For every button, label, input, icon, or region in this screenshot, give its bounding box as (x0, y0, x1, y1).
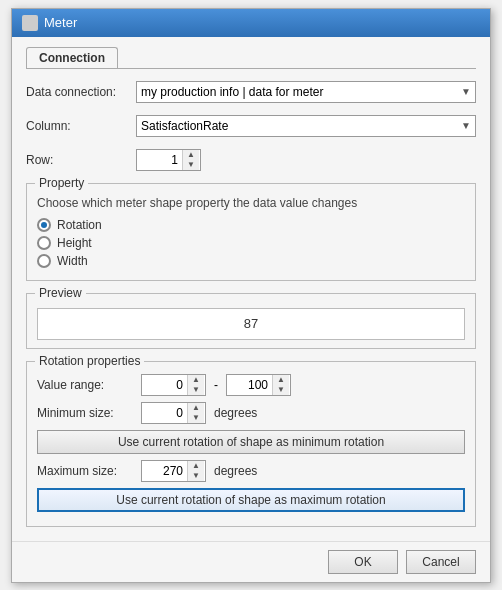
property-description: Choose which meter shape property the da… (37, 196, 465, 210)
vr-min-down[interactable]: ▼ (188, 385, 204, 395)
dialog: Meter Connection Data connection: my pro… (11, 8, 491, 583)
property-group: Property Choose which meter shape proper… (26, 183, 476, 281)
radio-width-row: Width (37, 254, 465, 268)
tab-bar: Connection (26, 47, 476, 69)
preview-value: 87 (37, 308, 465, 340)
radio-height[interactable] (37, 236, 51, 250)
min-size-unit: degrees (214, 406, 257, 420)
min-size-spinbox[interactable]: ▲ ▼ (141, 402, 206, 424)
max-size-up[interactable]: ▲ (188, 461, 204, 471)
max-size-down[interactable]: ▼ (188, 471, 204, 481)
row-spinbox-buttons: ▲ ▼ (182, 150, 199, 170)
dialog-content: Connection Data connection: my productio… (12, 37, 490, 541)
max-size-spinbox[interactable]: ▲ ▼ (141, 460, 206, 482)
min-size-label: Minimum size: (37, 406, 137, 420)
radio-rotation-label: Rotation (57, 218, 102, 232)
column-wrap: SatisfactionRate ▼ (136, 115, 476, 137)
data-connection-label: Data connection: (26, 85, 136, 99)
radio-height-label: Height (57, 236, 92, 250)
property-group-title: Property (35, 176, 88, 190)
column-label: Column: (26, 119, 136, 133)
value-range-max-spinbox[interactable]: ▲ ▼ (226, 374, 291, 396)
title-bar: Meter (12, 9, 490, 37)
value-range-min-input[interactable] (142, 375, 187, 395)
row-wrap: ▲ ▼ (136, 149, 476, 171)
row-row: Row: ▲ ▼ (26, 149, 476, 171)
max-rotation-button[interactable]: Use current rotation of shape as maximum… (37, 488, 465, 512)
vr-max-up[interactable]: ▲ (273, 375, 289, 385)
value-range-label: Value range: (37, 378, 137, 392)
max-size-label: Maximum size: (37, 464, 137, 478)
row-label: Row: (26, 153, 136, 167)
min-rotation-button[interactable]: Use current rotation of shape as minimum… (37, 430, 465, 454)
value-range-min-spinbox[interactable]: ▲ ▼ (141, 374, 206, 396)
value-range-row: Value range: ▲ ▼ - ▲ ▼ (37, 374, 465, 396)
rotation-group-title: Rotation properties (35, 354, 144, 368)
row-input[interactable] (137, 150, 182, 170)
min-size-up[interactable]: ▲ (188, 403, 204, 413)
row-spin-down[interactable]: ▼ (183, 160, 199, 170)
cancel-button[interactable]: Cancel (406, 550, 476, 574)
column-row: Column: SatisfactionRate ▼ (26, 115, 476, 137)
tab-connection[interactable]: Connection (26, 47, 118, 68)
preview-group-title: Preview (35, 286, 86, 300)
data-connection-row: Data connection: my production info | da… (26, 81, 476, 103)
min-size-down[interactable]: ▼ (188, 413, 204, 423)
bottom-bar: OK Cancel (12, 541, 490, 582)
data-connection-dropdown[interactable]: my production info | data for meter ▼ (136, 81, 476, 103)
max-size-row: Maximum size: ▲ ▼ degrees (37, 460, 465, 482)
min-size-row: Minimum size: ▲ ▼ degrees (37, 402, 465, 424)
row-spin-up[interactable]: ▲ (183, 150, 199, 160)
dialog-title: Meter (44, 15, 77, 30)
value-range-max-input[interactable] (227, 375, 272, 395)
max-size-input[interactable] (142, 461, 187, 481)
column-arrow: ▼ (461, 120, 471, 131)
radio-width[interactable] (37, 254, 51, 268)
radio-rotation[interactable] (37, 218, 51, 232)
data-connection-value: my production info | data for meter (141, 85, 324, 99)
column-dropdown[interactable]: SatisfactionRate ▼ (136, 115, 476, 137)
dropdown-arrow: ▼ (461, 86, 471, 97)
radio-rotation-row: Rotation (37, 218, 465, 232)
preview-group: Preview 87 (26, 293, 476, 349)
radio-width-label: Width (57, 254, 88, 268)
ok-button[interactable]: OK (328, 550, 398, 574)
rotation-group: Rotation properties Value range: ▲ ▼ - (26, 361, 476, 527)
max-size-unit: degrees (214, 464, 257, 478)
min-size-input[interactable] (142, 403, 187, 423)
property-group-content: Choose which meter shape property the da… (37, 196, 465, 268)
title-icon (22, 15, 38, 31)
row-spinbox[interactable]: ▲ ▼ (136, 149, 201, 171)
range-dash: - (214, 378, 218, 392)
rotation-group-content: Value range: ▲ ▼ - ▲ ▼ (37, 374, 465, 518)
vr-min-up[interactable]: ▲ (188, 375, 204, 385)
data-connection-wrap: my production info | data for meter ▼ (136, 81, 476, 103)
vr-max-down[interactable]: ▼ (273, 385, 289, 395)
column-value: SatisfactionRate (141, 119, 228, 133)
radio-height-row: Height (37, 236, 465, 250)
